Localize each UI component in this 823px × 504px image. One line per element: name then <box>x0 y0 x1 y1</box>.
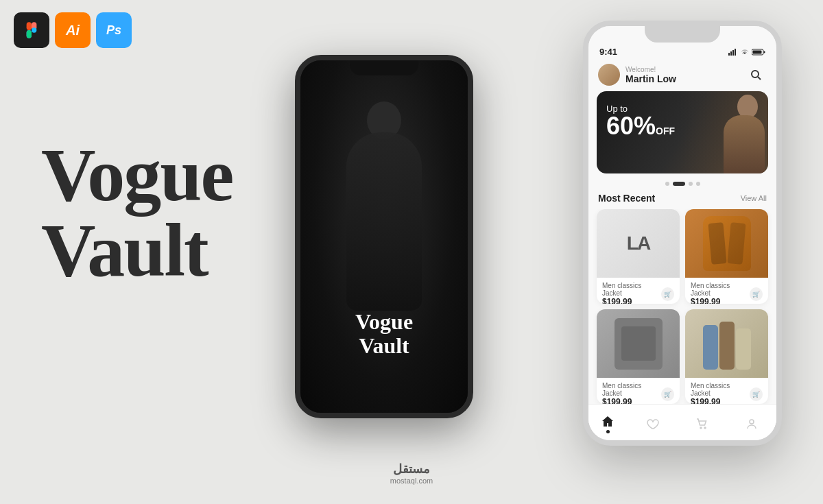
svg-line-13 <box>758 77 761 80</box>
add-to-cart-3[interactable]: 🛒 <box>661 387 674 401</box>
dot-4 <box>696 182 700 186</box>
bottom-nav <box>588 404 776 440</box>
svg-rect-7 <box>732 50 734 56</box>
svg-point-16 <box>750 420 754 424</box>
section-title: Most Recent <box>598 193 655 204</box>
app-header: Welcome! Martin Low <box>588 60 776 91</box>
svg-point-12 <box>752 71 759 77</box>
brand-title: Vogue Vault <box>41 137 232 288</box>
status-icons <box>728 49 765 56</box>
nav-home[interactable] <box>601 415 615 433</box>
phone-right-notch <box>645 26 720 43</box>
status-bar: 9:41 <box>588 45 776 60</box>
phone-left-label: Vogue Vault <box>300 310 468 358</box>
svg-point-15 <box>704 427 706 429</box>
nav-favorites[interactable] <box>640 411 665 436</box>
add-to-cart-1[interactable]: 🛒 <box>661 287 674 301</box>
product-price-1: $199.99 <box>602 297 661 304</box>
svg-rect-6 <box>730 51 732 56</box>
product-info-2: Men classics Jacket $199.99 🛒 <box>685 278 768 304</box>
illustrator-icon: Ai <box>55 12 91 48</box>
svg-point-3 <box>32 27 36 32</box>
product-info-4: Men classics Jacket $199.99 🛒 <box>685 378 768 404</box>
search-button[interactable] <box>745 64 767 86</box>
dot-3 <box>689 182 693 186</box>
product-image-3 <box>597 309 680 378</box>
phone-screen: 9:41 <box>588 26 776 440</box>
wifi-icon <box>741 49 749 56</box>
section-header: Most Recent View All <box>588 191 776 209</box>
banner-off: OFF <box>656 125 675 136</box>
banner-discount: 60% <box>606 114 656 139</box>
user-info: Welcome! Martin Low <box>625 66 676 84</box>
product-name-1: Men classics Jacket <box>602 282 661 297</box>
product-info-1: Men classics Jacket $199.99 🛒 <box>597 278 680 304</box>
welcome-text: Welcome! <box>625 66 676 73</box>
watermark-arabic: مستقل <box>390 461 433 477</box>
photoshop-icon: Ps <box>96 12 132 48</box>
phone-left-notch <box>350 60 418 75</box>
banner-text: Up to 60% OFF <box>606 104 675 139</box>
product-name-4: Men classics Jacket <box>691 382 750 397</box>
add-to-cart-2[interactable]: 🛒 <box>750 287 763 301</box>
la-tshirt-graphic: LA <box>627 232 649 254</box>
svg-rect-11 <box>753 50 762 53</box>
banner-dots <box>588 182 776 186</box>
user-name: Martin Low <box>625 73 676 84</box>
dot-1 <box>665 182 669 186</box>
product-grid: LA Men classics Jacket $199.99 🛒 <box>588 209 776 404</box>
user-info-row: Welcome! Martin Low <box>598 64 676 86</box>
promo-banner[interactable]: Up to 60% OFF <box>597 91 768 173</box>
svg-rect-4 <box>27 30 32 38</box>
product-image-2 <box>685 209 768 278</box>
product-price-3: $199.99 <box>602 397 661 404</box>
svg-rect-5 <box>728 53 730 56</box>
phone-left-bg <box>300 60 468 413</box>
tool-icons-group: Ai Ps <box>14 12 132 48</box>
nav-cart[interactable] <box>689 411 714 436</box>
watermark: مستقل mostaql.com <box>390 461 433 485</box>
product-card-2[interactable]: Men classics Jacket $199.99 🛒 <box>685 209 768 304</box>
add-to-cart-4[interactable]: 🛒 <box>750 387 763 401</box>
product-name-2: Men classics Jacket <box>691 282 750 297</box>
status-time: 9:41 <box>599 47 617 57</box>
product-info-3: Men classics Jacket $199.99 🛒 <box>597 378 680 404</box>
product-card-4[interactable]: Men classics Jacket $199.99 🛒 <box>685 309 768 404</box>
avatar <box>598 64 620 86</box>
svg-rect-10 <box>764 51 765 53</box>
product-price-4: $199.99 <box>691 397 750 404</box>
product-card-3[interactable]: Men classics Jacket $199.99 🛒 <box>597 309 680 404</box>
product-card-1[interactable]: LA Men classics Jacket $199.99 🛒 <box>597 209 680 304</box>
dot-2-active <box>673 182 685 186</box>
product-price-2: $199.99 <box>691 297 750 304</box>
watermark-latin: mostaql.com <box>390 477 433 485</box>
view-all-button[interactable]: View All <box>741 194 767 202</box>
signal-icon <box>728 49 738 56</box>
figma-icon <box>14 12 49 48</box>
product-image-1: LA <box>597 209 680 278</box>
battery-icon <box>752 49 765 56</box>
svg-rect-8 <box>735 49 736 56</box>
nav-profile[interactable] <box>739 411 764 436</box>
svg-rect-0 <box>27 22 32 30</box>
product-image-4 <box>685 309 768 378</box>
phone-right: 9:41 <box>583 21 782 446</box>
product-name-3: Men classics Jacket <box>602 382 661 397</box>
svg-point-14 <box>700 427 702 429</box>
phone-left: Vogue Vault <box>295 55 473 418</box>
